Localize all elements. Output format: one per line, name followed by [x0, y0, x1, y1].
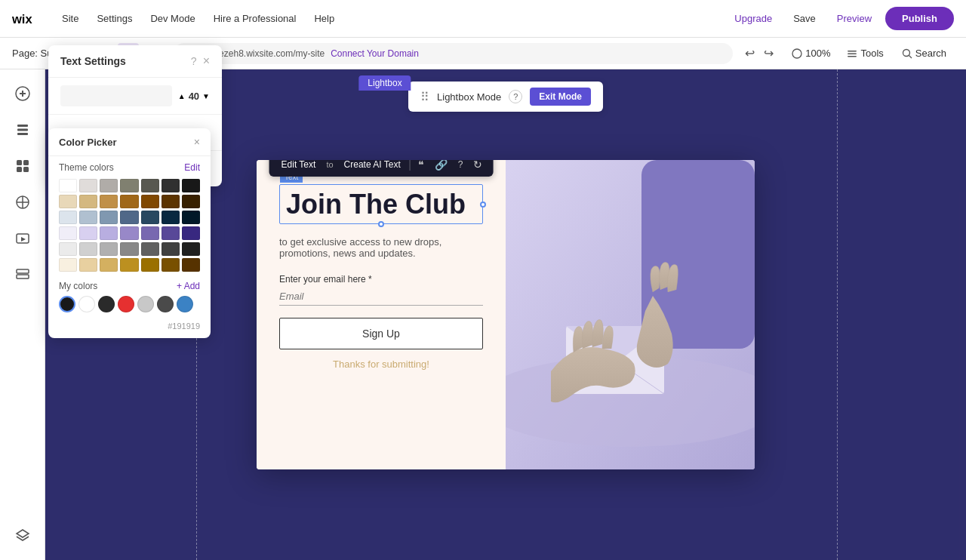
nav-devmode[interactable]: Dev Mode [143, 8, 202, 29]
cp-edit-link[interactable]: Edit [184, 162, 200, 173]
zoom-control[interactable]: 100% [786, 44, 836, 63]
swatch[interactable] [162, 195, 180, 208]
swatch[interactable] [141, 211, 159, 224]
swatch[interactable] [141, 242, 159, 256]
chevron-up-icon[interactable]: ▲ [178, 92, 186, 100]
swatch[interactable] [120, 179, 138, 192]
swatch[interactable] [100, 226, 118, 240]
sidebar-media-icon[interactable] [8, 223, 38, 254]
swatch[interactable] [100, 242, 118, 256]
edit-text-button[interactable]: Edit Text [275, 160, 322, 173]
sidebar-elements-icon[interactable] [8, 187, 38, 217]
swatch[interactable] [59, 195, 77, 208]
panel-help-icon[interactable]: ? [191, 55, 197, 67]
swatch[interactable] [141, 258, 159, 272]
toolbar-help-icon[interactable]: ? [454, 160, 468, 173]
swatch[interactable] [59, 211, 77, 224]
panel-close-icon[interactable]: × [203, 54, 210, 68]
nav-site[interactable]: Site [54, 8, 86, 29]
cp-add-color-button[interactable]: + Add [177, 281, 200, 291]
my-swatch-lightgray[interactable] [137, 296, 154, 312]
sidebar-sections-icon[interactable] [8, 260, 38, 290]
font-size-controls: ▲ 40 ▼ [178, 91, 210, 102]
swatch[interactable] [59, 226, 77, 240]
swatch[interactable] [79, 226, 97, 240]
swatch[interactable] [141, 226, 159, 240]
svg-point-10 [903, 49, 909, 56]
lightbox-tab-label[interactable]: Lightbox [358, 75, 411, 91]
swatch[interactable] [59, 179, 77, 192]
sidebar-apps-icon[interactable] [8, 151, 38, 181]
swatch[interactable] [120, 258, 138, 272]
swatch[interactable] [162, 226, 180, 240]
swatch[interactable] [141, 195, 159, 208]
swatch[interactable] [79, 242, 97, 256]
swatch[interactable] [100, 195, 118, 208]
sidebar-pages-icon[interactable] [8, 115, 38, 145]
swatch[interactable] [120, 226, 138, 240]
swatch[interactable] [162, 242, 180, 256]
save-button[interactable]: Save [786, 8, 823, 29]
my-swatch-blue[interactable] [177, 296, 193, 312]
sidebar-layers-icon[interactable] [8, 521, 38, 551]
topbar: wix Site Settings Dev Mode Hire a Profes… [0, 0, 966, 38]
swatch[interactable] [141, 179, 159, 192]
my-swatch-darkgray[interactable] [98, 296, 115, 312]
toolbar-refresh-icon[interactable]: ↻ [469, 160, 487, 174]
search-button[interactable]: Search [894, 44, 954, 63]
swatch[interactable] [182, 226, 200, 240]
font-size-value: 40 [189, 91, 199, 102]
toolbar-link-icon[interactable]: 🔗 [430, 160, 452, 174]
exit-mode-button[interactable]: Exit Mode [530, 88, 591, 106]
tools-button[interactable]: Tools [839, 44, 891, 63]
redo-button[interactable]: ↪ [761, 45, 777, 62]
swatch[interactable] [182, 242, 200, 256]
create-ai-text-button[interactable]: Create AI Text [338, 160, 407, 173]
toolbar-quote-icon[interactable]: ❝ [414, 160, 429, 174]
publish-button[interactable]: Publish [885, 7, 954, 30]
swatch[interactable] [182, 258, 200, 272]
swatch[interactable] [120, 195, 138, 208]
swatch-row-2 [59, 195, 200, 208]
swatch[interactable] [79, 211, 97, 224]
my-swatch-black[interactable] [59, 296, 75, 312]
nav-help[interactable]: Help [306, 8, 342, 29]
sidebar-add-icon[interactable] [8, 78, 38, 109]
svg-rect-21 [23, 167, 29, 172]
drag-handle-icon[interactable]: ⠿ [420, 90, 429, 104]
undo-button[interactable]: ↩ [742, 45, 758, 62]
email-input[interactable] [279, 288, 483, 306]
nav-hire[interactable]: Hire a Professional [206, 8, 304, 29]
swatch[interactable] [100, 211, 118, 224]
my-swatch-red[interactable] [118, 296, 134, 312]
nav-settings[interactable]: Settings [89, 8, 140, 29]
lightbox-help-icon[interactable]: ? [509, 90, 522, 103]
title-text-wrapper[interactable]: Text Join The Club Edit Text to Create A… [279, 184, 483, 224]
swatch[interactable] [59, 258, 77, 272]
swatch[interactable] [162, 211, 180, 224]
swatch[interactable] [79, 179, 97, 192]
my-swatch-white[interactable] [78, 296, 95, 312]
cp-close-button[interactable]: × [194, 136, 200, 148]
connect-domain-link[interactable]: Connect Your Domain [331, 48, 419, 59]
swatch[interactable] [79, 195, 97, 208]
swatch[interactable] [182, 179, 200, 192]
chevron-down-icon2[interactable]: ▼ [202, 92, 210, 100]
swatch[interactable] [182, 195, 200, 208]
url-bar[interactable]: https://faezeh8.wixsite.com/my-site Conn… [174, 43, 733, 64]
swatch[interactable] [100, 258, 118, 272]
swatch[interactable] [79, 258, 97, 272]
svg-rect-16 [17, 129, 28, 131]
swatch[interactable] [100, 179, 118, 192]
swatch[interactable] [120, 211, 138, 224]
font-family-selector[interactable] [60, 85, 172, 106]
upgrade-button[interactable]: Upgrade [727, 8, 780, 29]
swatch[interactable] [162, 179, 180, 192]
preview-button[interactable]: Preview [829, 8, 879, 29]
swatch[interactable] [182, 211, 200, 224]
my-swatch-gray[interactable] [157, 296, 174, 312]
signup-button[interactable]: Sign Up [279, 318, 483, 349]
swatch[interactable] [120, 242, 138, 256]
swatch[interactable] [162, 258, 180, 272]
swatch[interactable] [59, 242, 77, 256]
